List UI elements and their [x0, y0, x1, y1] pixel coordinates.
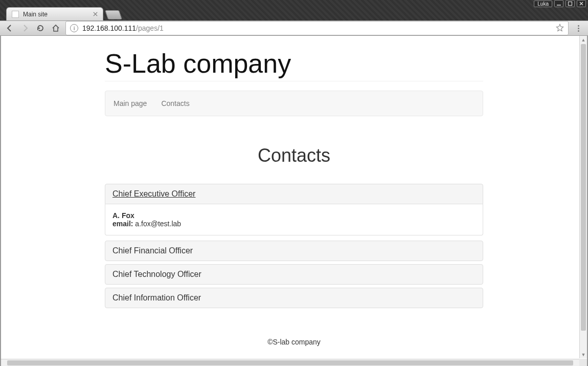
- nav-forward-button[interactable]: [19, 23, 31, 34]
- scroll-up-button[interactable]: ▲: [580, 36, 587, 44]
- dot-icon: [578, 30, 579, 32]
- horizontal-scrollbar[interactable]: [1, 359, 579, 366]
- nav-home-button[interactable]: [50, 23, 61, 34]
- window-minimize-button[interactable]: [554, 0, 563, 7]
- browser-menu-button[interactable]: [573, 23, 584, 34]
- contact-panel: Chief Financial Officer: [105, 241, 483, 261]
- arrow-left-icon: [6, 24, 14, 32]
- scroll-down-button[interactable]: ▼: [580, 351, 587, 358]
- contact-panel-header[interactable]: Chief Executive Officer: [105, 184, 483, 204]
- browser-viewport: S-Lab company Main page Contacts Contact…: [0, 36, 588, 366]
- contact-role: Chief Executive Officer: [112, 189, 195, 198]
- contact-email: a.fox@test.lab: [135, 220, 181, 228]
- page-container: S-Lab company Main page Contacts Contact…: [105, 36, 483, 366]
- url-host: 192.168.100.111: [82, 24, 136, 32]
- page-content: S-Lab company Main page Contacts Contact…: [1, 36, 587, 366]
- new-tab-button[interactable]: [105, 10, 122, 19]
- window-maximize-button[interactable]: [566, 0, 575, 7]
- contact-email-label: email:: [112, 220, 133, 228]
- browser-tab[interactable]: Main site: [6, 7, 103, 20]
- tab-title: Main site: [23, 11, 48, 18]
- scroll-thumb[interactable]: [7, 360, 573, 365]
- scroll-thumb[interactable]: [581, 44, 586, 331]
- contact-email-line: email: a.fox@test.lab: [112, 220, 476, 228]
- contact-panel: Chief Technology Officer: [105, 264, 483, 285]
- contact-role: Chief Information Officer: [112, 293, 201, 302]
- site-info-icon[interactable]: i: [70, 24, 78, 32]
- os-window: Luka Main site: [0, 0, 588, 366]
- address-bar[interactable]: i 192.168.100.111/pages/1: [65, 21, 569, 35]
- url-path: /pages/1: [136, 24, 164, 32]
- arrow-right-icon: [21, 24, 29, 32]
- browser-toolbar: i 192.168.100.111/pages/1: [0, 20, 588, 36]
- contact-panel-header[interactable]: Chief Information Officer: [105, 288, 483, 308]
- nav-reload-button[interactable]: [35, 23, 46, 34]
- contact-panel: Chief Executive Officer A. Fox email: a.…: [105, 184, 483, 235]
- svg-rect-1: [569, 2, 572, 6]
- contact-name: A. Fox: [112, 211, 476, 220]
- minimize-icon: [556, 1, 561, 6]
- site-title: S-Lab company: [105, 48, 483, 81]
- tab-close-button[interactable]: [93, 11, 98, 18]
- window-close-button[interactable]: [577, 0, 586, 7]
- user-indicator[interactable]: Luka: [534, 1, 552, 7]
- contact-panel-body: A. Fox email: a.fox@test.lab: [105, 204, 483, 235]
- page-heading: Contacts: [105, 145, 483, 166]
- scroll-corner: [579, 359, 587, 366]
- contact-role: Chief Financial Officer: [112, 246, 193, 255]
- site-navbar: Main page Contacts: [105, 91, 483, 116]
- bookmark-button[interactable]: [556, 24, 564, 33]
- contact-panel-header[interactable]: Chief Technology Officer: [105, 264, 483, 285]
- window-titlebar: Luka: [0, 0, 588, 7]
- nav-back-button[interactable]: [4, 23, 15, 34]
- page-favicon-icon: [12, 11, 19, 18]
- contact-role: Chief Technology Officer: [112, 270, 201, 278]
- star-icon: [556, 24, 564, 32]
- browser-tabstrip: Main site: [0, 7, 588, 20]
- close-icon: [93, 12, 98, 16]
- contacts-accordion: Chief Executive Officer A. Fox email: a.…: [105, 184, 483, 308]
- dot-icon: [578, 28, 579, 29]
- nav-link-main-page[interactable]: Main page: [114, 99, 147, 107]
- contact-panel-header[interactable]: Chief Financial Officer: [105, 241, 483, 261]
- nav-link-contacts[interactable]: Contacts: [161, 99, 189, 107]
- maximize-icon: [568, 1, 573, 6]
- page-footer: ©S-lab company: [105, 338, 483, 346]
- home-icon: [52, 24, 60, 32]
- vertical-scrollbar[interactable]: ▲ ▼: [579, 36, 587, 358]
- reload-icon: [36, 24, 44, 32]
- contact-panel: Chief Information Officer: [105, 288, 483, 308]
- dot-icon: [578, 25, 579, 27]
- close-icon: [579, 1, 584, 6]
